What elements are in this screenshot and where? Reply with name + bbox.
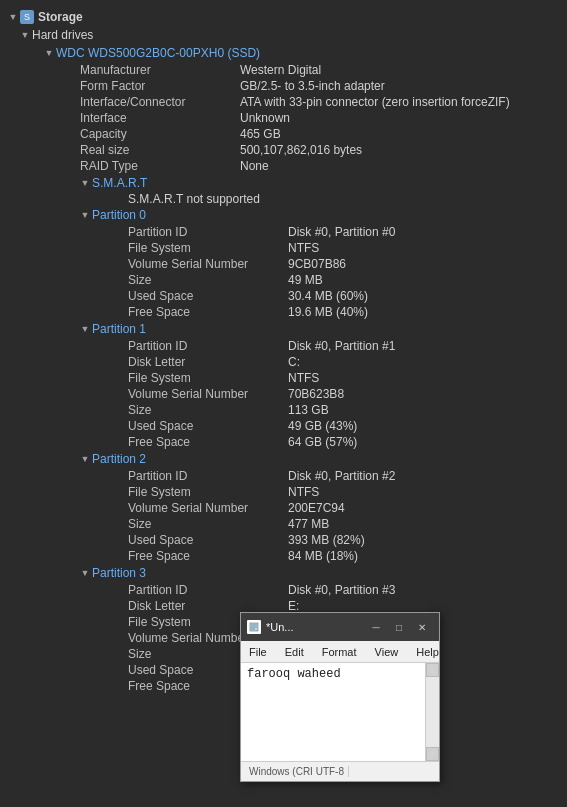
p1-size-val: 113 GB <box>288 402 329 418</box>
notepad-content-area: farooq waheed ▲ ▼ <box>241 663 439 761</box>
drive-name-label: WDC WDS500G2B0C-00PXH0 (SSD) <box>56 44 260 62</box>
p0-filesystem: File System NTFS <box>128 240 567 256</box>
prop-capacity: Capacity 465 GB <box>80 126 567 142</box>
real-size-key: Real size <box>80 142 240 158</box>
p2-free-space-val: 84 MB (18%) <box>288 548 358 564</box>
close-button[interactable]: ✕ <box>411 617 433 637</box>
p0-used-space: Used Space 30.4 MB (60%) <box>128 288 567 304</box>
partition-0-chevron: ▼ <box>80 210 90 220</box>
p2-filesystem-key: File System <box>128 484 288 500</box>
p0-partition-id: Partition ID Disk #0, Partition #0 <box>128 224 567 240</box>
partition-2-row[interactable]: ▼ Partition 2 <box>80 450 567 468</box>
p1-filesystem: File System NTFS <box>128 370 567 386</box>
p2-filesystem-val: NTFS <box>288 484 319 500</box>
prop-interface: Interface Unknown <box>80 110 567 126</box>
p0-free-space-val: 19.6 MB (40%) <box>288 304 368 320</box>
prop-manufacturer: Manufacturer Western Digital <box>80 62 567 78</box>
partition-2-section: ▼ Partition 2 Partition ID Disk #0, Part… <box>44 450 567 564</box>
p2-volume-serial-val: 200E7C94 <box>288 500 345 516</box>
p1-disk-letter: Disk Letter C: <box>128 354 567 370</box>
p2-partition-id-key: Partition ID <box>128 468 288 484</box>
maximize-button[interactable]: □ <box>388 617 410 637</box>
partition-1-label: Partition 1 <box>92 320 146 338</box>
p2-free-space: Free Space 84 MB (18%) <box>128 548 567 564</box>
partition-1-section: ▼ Partition 1 Partition ID Disk #0, Part… <box>44 320 567 450</box>
drive-chevron: ▼ <box>44 48 54 58</box>
prop-interface-connector: Interface/Connector ATA with 33-pin conn… <box>80 94 567 110</box>
p1-used-space-val: 49 GB (43%) <box>288 418 357 434</box>
p0-partition-id-val: Disk #0, Partition #0 <box>288 224 395 240</box>
p0-volume-serial: Volume Serial Number 9CB07B86 <box>128 256 567 272</box>
menu-view[interactable]: View <box>371 644 403 660</box>
interface-val: Unknown <box>240 110 290 126</box>
raid-type-val: None <box>240 158 269 174</box>
p1-partition-id-key: Partition ID <box>128 338 288 354</box>
p0-free-space-key: Free Space <box>128 304 288 320</box>
smart-chevron: ▼ <box>80 178 90 188</box>
partition-0-row[interactable]: ▼ Partition 0 <box>80 206 567 224</box>
p1-volume-serial-key: Volume Serial Number <box>128 386 288 402</box>
interface-key: Interface <box>80 110 240 126</box>
p1-disk-letter-key: Disk Letter <box>128 354 288 370</box>
smart-section: ▼ S.M.A.R.T S.M.A.R.T not supported <box>44 174 567 206</box>
prop-form-factor: Form Factor GB/2.5- to 3.5-inch adapter <box>80 78 567 94</box>
p2-used-space-val: 393 MB (82%) <box>288 532 365 548</box>
partition-3-row[interactable]: ▼ Partition 3 <box>80 564 567 582</box>
partition-2-props: Partition ID Disk #0, Partition #2 File … <box>80 468 567 564</box>
partition-3-chevron: ▼ <box>80 568 90 578</box>
p2-size-val: 477 MB <box>288 516 329 532</box>
p1-size-key: Size <box>128 402 288 418</box>
p0-size: Size 49 MB <box>128 272 567 288</box>
partition-0-props: Partition ID Disk #0, Partition #0 File … <box>80 224 567 320</box>
p1-filesystem-val: NTFS <box>288 370 319 386</box>
capacity-val: 465 GB <box>240 126 281 142</box>
notepad-title: *Un... <box>266 621 365 633</box>
p0-filesystem-key: File System <box>128 240 288 256</box>
smart-label: S.M.A.R.T <box>92 174 147 192</box>
prop-raid-type: RAID Type None <box>80 158 567 174</box>
p0-filesystem-val: NTFS <box>288 240 319 256</box>
p2-partition-id-val: Disk #0, Partition #2 <box>288 468 395 484</box>
storage-root-row[interactable]: ▼ S Storage <box>8 8 567 26</box>
smart-row[interactable]: ▼ S.M.A.R.T <box>80 174 567 192</box>
hard-drives-row[interactable]: ▼ Hard drives <box>20 26 567 44</box>
partition-0-section: ▼ Partition 0 Partition ID Disk #0, Part… <box>44 206 567 320</box>
p0-partition-id-key: Partition ID <box>128 224 288 240</box>
p0-used-space-key: Used Space <box>128 288 288 304</box>
p2-size-key: Size <box>128 516 288 532</box>
scroll-down-arrow[interactable]: ▼ <box>426 747 439 761</box>
menu-edit[interactable]: Edit <box>281 644 308 660</box>
drive-props: Manufacturer Western Digital Form Factor… <box>44 62 567 174</box>
drive-name-row[interactable]: ▼ WDC WDS500G2B0C-00PXH0 (SSD) <box>44 44 567 62</box>
menu-help[interactable]: Help <box>412 644 443 660</box>
notepad-app-icon <box>247 620 261 634</box>
partition-1-chevron: ▼ <box>80 324 90 334</box>
p1-free-space-key: Free Space <box>128 434 288 450</box>
p1-partition-id: Partition ID Disk #0, Partition #1 <box>128 338 567 354</box>
interface-connector-key: Interface/Connector <box>80 94 240 110</box>
menu-file[interactable]: File <box>245 644 271 660</box>
p1-partition-id-val: Disk #0, Partition #1 <box>288 338 395 354</box>
notepad-textarea[interactable]: farooq waheed <box>241 663 425 761</box>
smart-message: S.M.A.R.T not supported <box>128 192 260 206</box>
p2-size: Size 477 MB <box>128 516 567 532</box>
p1-volume-serial-val: 70B623B8 <box>288 386 344 402</box>
p1-size: Size 113 GB <box>128 402 567 418</box>
partition-1-row[interactable]: ▼ Partition 1 <box>80 320 567 338</box>
scroll-up-arrow[interactable]: ▲ <box>426 663 439 677</box>
notepad-scrollbar: ▲ ▼ <box>425 663 439 761</box>
p2-used-space: Used Space 393 MB (82%) <box>128 532 567 548</box>
p1-filesystem-key: File System <box>128 370 288 386</box>
p0-used-space-val: 30.4 MB (60%) <box>288 288 368 304</box>
p2-used-space-key: Used Space <box>128 532 288 548</box>
scroll-track <box>426 677 439 747</box>
minimize-button[interactable]: ─ <box>365 617 387 637</box>
p3-partition-id-val: Disk #0, Partition #3 <box>288 582 395 598</box>
p2-partition-id: Partition ID Disk #0, Partition #2 <box>128 468 567 484</box>
menu-format[interactable]: Format <box>318 644 361 660</box>
form-factor-val: GB/2.5- to 3.5-inch adapter <box>240 78 385 94</box>
storage-icon: S <box>20 10 34 24</box>
real-size-val: 500,107,862,016 bytes <box>240 142 362 158</box>
raid-type-key: RAID Type <box>80 158 240 174</box>
interface-connector-val: ATA with 33-pin connector (zero insertio… <box>240 94 510 110</box>
